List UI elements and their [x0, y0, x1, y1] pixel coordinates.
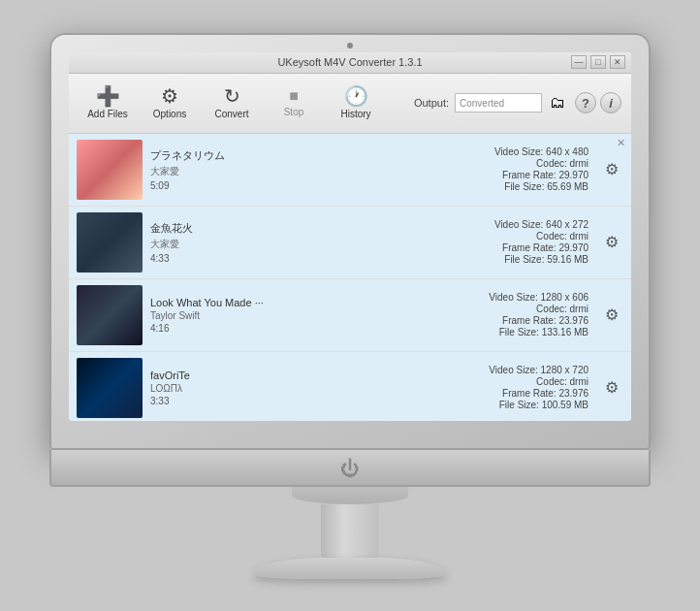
imac-stand-base — [253, 558, 447, 579]
history-button[interactable]: 🕐 History — [327, 77, 385, 129]
file-item: Look What You Made ··· Taylor Swift 4:16… — [69, 279, 631, 352]
file-artist: LOΩΠλ — [150, 383, 435, 394]
file-meta: Video Size: 1280 x 720 Codec: drmi Frame… — [443, 365, 589, 410]
app-window: UKeysoft M4V Converter 1.3.1 — □ ✕ ➕ Add… — [69, 52, 631, 421]
file-duration: 4:33 — [150, 253, 435, 264]
window-title: UKeysoft M4V Converter 1.3.1 — [277, 56, 422, 68]
gear-button[interactable]: ⚙ — [600, 158, 623, 181]
file-duration: 4:16 — [150, 323, 435, 334]
gear-button[interactable]: ⚙ — [600, 304, 623, 327]
add-files-label: Add Files — [87, 109, 128, 119]
meta-codec: Codec: drmi — [536, 231, 589, 241]
history-icon: 🕐 — [344, 86, 368, 106]
imac-screen: UKeysoft M4V Converter 1.3.1 — □ ✕ ➕ Add… — [69, 52, 631, 421]
stop-button[interactable]: ■ Stop — [265, 77, 323, 129]
output-folder-button[interactable]: 🗂 — [548, 93, 567, 113]
file-title: プラネタリウム — [150, 148, 435, 163]
file-thumbnail — [77, 285, 143, 345]
meta-file-size: File Size: 65.69 MB — [504, 181, 589, 192]
add-files-button[interactable]: ➕ Add Files — [79, 77, 137, 129]
toolbar: ➕ Add Files ⚙ Options ↻ Convert ■ Stop — [69, 74, 631, 134]
gear-button[interactable]: ⚙ — [600, 376, 623, 400]
file-meta: Video Size: 640 x 272 Codec: drmi Frame … — [443, 219, 589, 265]
info-button[interactable]: i — [600, 92, 621, 113]
meta-video-size: Video Size: 1280 x 606 — [489, 292, 589, 303]
options-label: Options — [153, 109, 186, 119]
meta-codec: Codec: drmi — [536, 376, 589, 387]
meta-frame-rate: Frame Rate: 29.970 — [502, 170, 589, 180]
convert-button[interactable]: ↻ Convert — [203, 77, 261, 129]
meta-frame-rate: Frame Rate: 29.970 — [502, 242, 589, 253]
gear-button[interactable]: ⚙ — [600, 231, 623, 254]
meta-frame-rate: Frame Rate: 23.976 — [502, 388, 589, 399]
file-title: 金魚花火 — [150, 221, 435, 236]
meta-video-size: Video Size: 640 x 272 — [494, 219, 589, 230]
file-thumbnail — [77, 140, 143, 200]
file-info: favOriTe LOΩΠλ 3:33 — [150, 370, 435, 406]
minimize-button[interactable]: — — [571, 55, 587, 69]
help-button[interactable]: ? — [575, 92, 596, 113]
convert-label: Convert — [214, 109, 248, 119]
info-icon: i — [609, 96, 613, 111]
file-meta: Video Size: 1280 x 606 Codec: drmi Frame… — [443, 292, 589, 338]
meta-video-size: Video Size: 640 x 480 — [494, 146, 589, 157]
imac-stand-top — [292, 487, 408, 504]
options-button[interactable]: ⚙ Options — [141, 77, 199, 129]
meta-codec: Codec: drmi — [536, 304, 589, 314]
file-meta: Video Size: 640 x 480 Codec: drmi Frame … — [443, 146, 589, 192]
file-list: プラネタリウム 大家愛 5:09 Video Size: 640 x 480 C… — [69, 134, 631, 421]
convert-icon: ↻ — [224, 86, 240, 106]
file-duration: 5:09 — [150, 180, 435, 191]
apple-logo-icon: ⏻ — [339, 458, 361, 479]
file-info: プラネタリウム 大家愛 5:09 — [150, 148, 435, 191]
stop-label: Stop — [284, 107, 304, 117]
maximize-button[interactable]: □ — [590, 55, 606, 69]
file-thumbnail — [77, 358, 143, 418]
file-item: favOriTe LOΩΠλ 3:33 Video Size: 1280 x 7… — [69, 352, 631, 421]
history-label: History — [340, 109, 370, 119]
window-controls: — □ ✕ — [571, 55, 625, 69]
file-artist: 大家愛 — [150, 238, 435, 251]
meta-file-size: File Size: 100.59 MB — [499, 400, 589, 410]
output-section: Output: 🗂 — [414, 93, 567, 113]
file-thumbnail — [77, 212, 143, 273]
file-info: 金魚花火 大家愛 4:33 — [150, 221, 435, 264]
file-duration: 3:33 — [150, 396, 435, 406]
output-input[interactable] — [455, 93, 542, 113]
camera-dot — [347, 43, 353, 48]
options-icon: ⚙ — [161, 86, 178, 106]
imac-screen-bezel: UKeysoft M4V Converter 1.3.1 — □ ✕ ➕ Add… — [49, 33, 651, 450]
file-artist: 大家愛 — [150, 165, 435, 178]
meta-file-size: File Size: 59.16 MB — [504, 254, 589, 265]
stop-icon: ■ — [289, 88, 299, 104]
imac-chin: ⏻ — [49, 450, 651, 487]
meta-video-size: Video Size: 1280 x 720 — [489, 365, 589, 375]
close-button[interactable]: ✕ — [610, 55, 625, 69]
imac-stand-pole — [321, 504, 379, 558]
file-item: 金魚花火 大家愛 4:33 Video Size: 640 x 272 Code… — [69, 207, 631, 279]
help-icon: ? — [582, 96, 589, 111]
imac-outer: UKeysoft M4V Converter 1.3.1 — □ ✕ ➕ Add… — [49, 33, 651, 579]
file-item: プラネタリウム 大家愛 5:09 Video Size: 640 x 480 C… — [69, 134, 631, 207]
file-info: Look What You Made ··· Taylor Swift 4:16 — [150, 297, 435, 334]
file-title: favOriTe — [150, 370, 435, 381]
meta-codec: Codec: drmi — [536, 158, 589, 169]
close-item-button[interactable]: ✕ — [617, 138, 625, 148]
title-bar: UKeysoft M4V Converter 1.3.1 — □ ✕ — [69, 52, 631, 74]
add-files-icon: ➕ — [96, 86, 120, 106]
file-title: Look What You Made ··· — [150, 297, 435, 308]
meta-frame-rate: Frame Rate: 23.976 — [502, 315, 589, 326]
file-artist: Taylor Swift — [150, 310, 435, 321]
output-label: Output: — [414, 97, 449, 109]
meta-file-size: File Size: 133.16 MB — [499, 327, 589, 338]
